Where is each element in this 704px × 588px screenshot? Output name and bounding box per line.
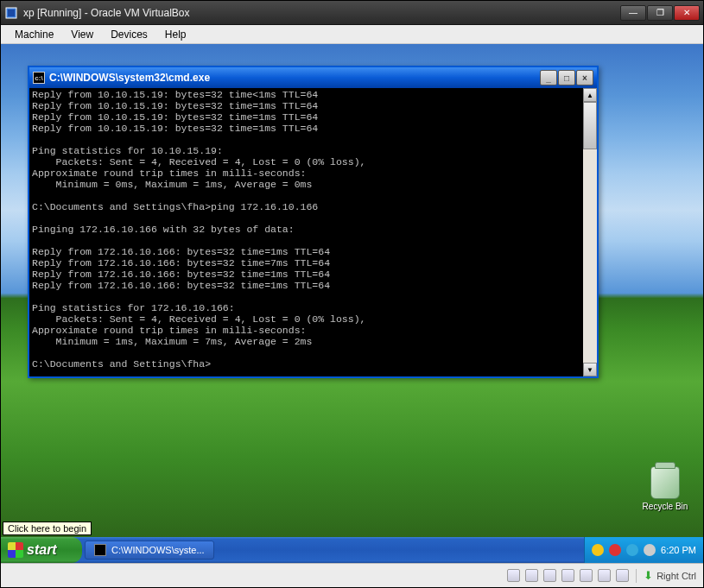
system-tray: 6:20 PM (584, 537, 703, 563)
menu-view[interactable]: View (62, 27, 102, 42)
status-shared-folders-icon[interactable] (580, 569, 593, 582)
start-button[interactable]: start (1, 537, 82, 563)
cmd-minimize-button[interactable]: _ (540, 70, 557, 85)
svg-rect-1 (8, 9, 15, 16)
status-harddisk-icon[interactable] (507, 569, 520, 582)
network-icon[interactable] (626, 544, 638, 556)
recycle-bin-icon (650, 466, 680, 499)
status-network-icon[interactable] (543, 569, 556, 582)
vbox-titlebar[interactable]: xp [Running] - Oracle VM VirtualBox — ❐ … (1, 1, 703, 25)
recycle-bin[interactable]: Recycle Bin (639, 466, 691, 511)
windows-logo-icon (8, 542, 23, 558)
cmd-scrollbar[interactable]: ▲ ▼ (583, 88, 597, 376)
menu-help[interactable]: Help (156, 27, 195, 42)
vbox-icon (4, 6, 18, 20)
cmd-output[interactable]: Reply from 10.10.15.19: bytes=32 time<1m… (29, 88, 583, 376)
hostkey-indicator[interactable]: ⬇ Right Ctrl (644, 569, 696, 582)
taskbar-item-cmd[interactable]: C:\WINDOWS\syste... (85, 541, 214, 560)
vbox-window-controls: — ❐ ✕ (619, 5, 700, 21)
vm-viewport: c:\ C:\WINDOWS\system32\cmd.exe _ □ × Re… (1, 44, 703, 563)
menu-devices[interactable]: Devices (102, 27, 156, 42)
cmd-body: Reply from 10.10.15.19: bytes=32 time<1m… (29, 88, 597, 376)
hostkey-arrow-icon: ⬇ (644, 569, 653, 582)
status-recording-icon[interactable] (616, 569, 629, 582)
cmd-close-button[interactable]: × (576, 70, 593, 85)
start-tooltip: Click here to begin (3, 522, 92, 535)
recycle-bin-label: Recycle Bin (639, 502, 691, 511)
start-label: start (27, 542, 57, 558)
cmd-titlebar[interactable]: c:\ C:\WINDOWS\system32\cmd.exe _ □ × (29, 67, 597, 88)
scroll-up-button[interactable]: ▲ (583, 88, 597, 102)
scroll-down-button[interactable]: ▼ (583, 363, 597, 376)
xp-desktop[interactable]: c:\ C:\WINDOWS\system32\cmd.exe _ □ × Re… (1, 44, 703, 563)
vbox-menubar: Machine View Devices Help (1, 25, 703, 44)
status-optical-icon[interactable] (525, 569, 538, 582)
status-separator (636, 569, 637, 583)
status-usb-icon[interactable] (561, 569, 574, 582)
alert-icon[interactable] (609, 544, 621, 556)
scroll-thumb[interactable] (583, 102, 597, 149)
security-shield-icon[interactable] (592, 544, 604, 556)
taskbar-item-label: C:\WINDOWS\syste... (111, 545, 205, 555)
menu-machine[interactable]: Machine (6, 27, 62, 42)
tray-clock[interactable]: 6:20 PM (661, 545, 696, 555)
cmd-icon: c:\ (33, 72, 45, 84)
vbox-minimize-button[interactable]: — (620, 5, 646, 21)
cmd-title: C:\WINDOWS\system32\cmd.exe (49, 72, 540, 84)
hostkey-label: Right Ctrl (656, 571, 696, 581)
vbox-title: xp [Running] - Oracle VM VirtualBox (23, 7, 619, 19)
taskbar-cmd-icon (94, 544, 106, 556)
vbox-statusbar: ⬇ Right Ctrl (1, 563, 703, 587)
volume-icon[interactable] (644, 544, 656, 556)
status-display-icon[interactable] (598, 569, 611, 582)
xp-taskbar: start C:\WINDOWS\syste... 6:20 PM (1, 537, 703, 563)
cmd-window: c:\ C:\WINDOWS\system32\cmd.exe _ □ × Re… (28, 66, 599, 378)
vbox-close-button[interactable]: ✕ (674, 5, 700, 21)
vbox-maximize-button[interactable]: ❐ (647, 5, 673, 21)
scroll-track[interactable] (583, 102, 597, 363)
virtualbox-window: xp [Running] - Oracle VM VirtualBox — ❐ … (0, 0, 704, 588)
cmd-maximize-button[interactable]: □ (558, 70, 575, 85)
cmd-window-controls: _ □ × (540, 70, 593, 85)
